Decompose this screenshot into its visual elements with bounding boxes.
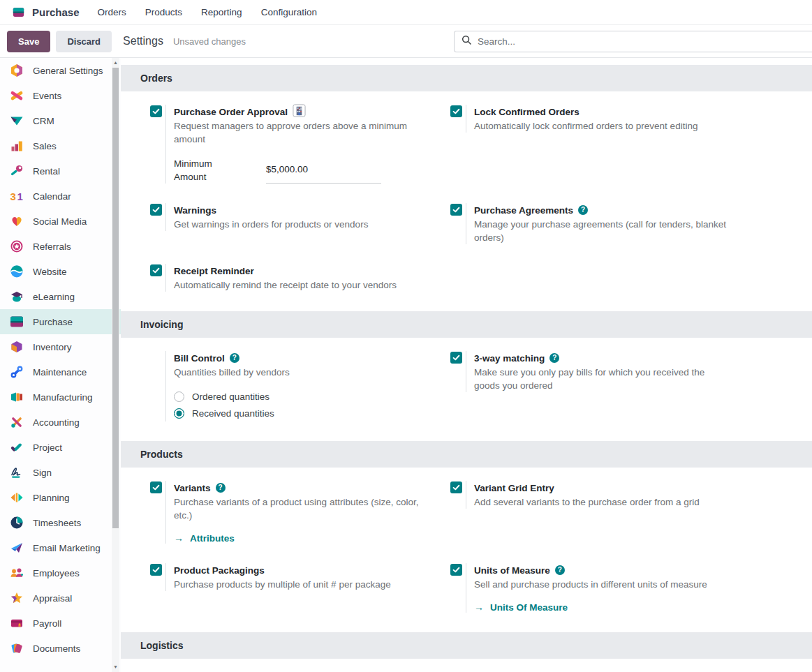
sidebar-item-employees[interactable]: Employees [0,560,121,585]
minimum-amount-field-row: Minimum Amount [174,157,429,184]
rental-icon [9,164,24,179]
elearning-icon [9,290,24,304]
sidebar-item-manufacturing[interactable]: Manufacturing [0,384,121,410]
setting-description: Add several variants to the purchase ord… [474,495,700,509]
help-icon[interactable]: ? [230,353,239,363]
search-box[interactable] [454,31,812,52]
sidebar-item-label: Accounting [33,417,80,428]
setting-title: Lock Confirmed Orders [474,107,580,117]
sidebar-item-accounting[interactable]: Accounting [0,410,121,435]
setting-purchase-agreements: Purchase Agreements ? Manage your purcha… [450,203,788,244]
sidebar-item-timesheets[interactable]: Timesheets [0,510,121,535]
minimum-amount-input[interactable] [266,157,381,184]
sidebar-item-label: eLearning [33,292,75,302]
setting-description: Sell and purchase products in different … [474,578,707,591]
menu-products[interactable]: Products [145,7,182,17]
sidebar-item-payroll[interactable]: Payroll [0,611,121,636]
setting-title: Variant Grid Entry [474,483,554,493]
lock-confirmed-orders-checkbox[interactable] [450,105,462,117]
sidebar-item-email-marketing[interactable]: Email Marketing [0,535,121,560]
save-button[interactable]: Save [7,31,50,52]
radio-icon [174,408,184,419]
brand-name: Purchase [32,6,80,18]
website-icon [9,264,24,279]
section-title: Invoicing [140,319,183,330]
units-of-measure-checkbox[interactable] [450,564,462,576]
search-input[interactable] [478,36,805,47]
sidebar-item-label: CRM [33,116,54,126]
sidebar-item-documents[interactable]: Documents [0,636,121,661]
settings-content: Orders Purchase Order Approval Request m… [121,58,812,672]
sidebar-item-inventory[interactable]: Inventory [0,334,121,359]
variant-grid-entry-checkbox[interactable] [450,481,462,493]
appraisal-icon [9,591,24,606]
menu-reporting[interactable]: Reporting [201,7,242,17]
three-way-matching-checkbox[interactable] [450,352,462,364]
sidebar-item-events[interactable]: Events [0,83,121,108]
setting-variant-grid-entry: Variant Grid Entry Add several variants … [450,481,788,544]
sidebar-item-maintenance[interactable]: Maintenance [0,359,121,384]
referrals-icon [9,239,24,254]
sidebar-item-label: Website [33,267,67,277]
sidebar-item-label: Documents [33,643,80,654]
sidebar-item-website[interactable]: Website [0,259,121,284]
sidebar-item-label: Purchase [33,317,73,327]
sidebar-item-label: Sales [33,141,57,151]
sales-icon [9,139,24,154]
setting-description: Make sure you only pay bills for which y… [474,366,729,392]
attributes-link[interactable]: → Attributes [174,532,429,544]
top-navbar: Purchase Orders Products Reporting Confi… [0,0,812,25]
sidebar-item-social-media[interactable]: Social Media [0,209,121,234]
product-packagings-checkbox[interactable] [150,564,162,576]
setting-lock-confirmed-orders: Lock Confirmed Orders Automatically lock… [450,105,788,184]
help-icon[interactable]: ? [555,565,565,575]
menu-orders[interactable]: Orders [98,7,126,17]
scrollbar-thumb[interactable] [112,68,119,528]
section-header-orders: Orders [121,65,812,91]
ordered-quantities-radio[interactable]: Ordered quantities [174,388,290,405]
enterprise-upgrade-icon [293,104,306,120]
sidebar-item-appraisal[interactable]: Appraisal [0,585,121,611]
scroll-down-icon[interactable]: ▼ [112,663,119,671]
svg-text:1: 1 [17,191,22,202]
inventory-icon [9,340,24,354]
sidebar-item-referrals[interactable]: Referrals [0,234,121,259]
help-icon[interactable]: ? [216,483,226,493]
units-of-measure-link[interactable]: → Units Of Measure [474,602,707,613]
section-title: Logistics [140,640,183,651]
scroll-up-icon[interactable]: ▲ [112,59,119,67]
sidebar-item-rental[interactable]: Rental [0,158,121,184]
receipt-reminder-checkbox[interactable] [150,264,162,276]
sidebar-item-label: Payroll [33,618,61,629]
app-switcher[interactable]: Purchase [11,5,80,20]
sidebar-item-general-settings[interactable]: General Settings [0,58,121,83]
sidebar-scrollbar[interactable]: ▲ ▼ [112,58,119,672]
sidebar-item-sales[interactable]: Sales [0,133,121,158]
help-icon[interactable]: ? [549,353,559,363]
sidebar-item-elearning[interactable]: eLearning [0,284,121,309]
sidebar-item-label: Appraisal [33,593,72,604]
sidebar-item-crm[interactable]: CRM [0,108,121,133]
setting-title: Receipt Reminder [174,266,254,276]
purchase-agreements-checkbox[interactable] [450,204,462,216]
sidebar-item-purchase[interactable]: Purchase [0,309,121,334]
warnings-checkbox[interactable] [150,204,162,216]
sidebar-item-project[interactable]: Project [0,435,121,460]
sidebar-item-sign[interactable]: Sign [0,460,121,485]
setting-title: Variants [174,483,211,493]
menu-configuration[interactable]: Configuration [261,7,317,17]
sidebar-item-planning[interactable]: Planning [0,485,121,510]
sidebar-item-calendar[interactable]: 31 Calendar [0,184,121,209]
purchase-order-approval-checkbox[interactable] [150,105,162,117]
received-quantities-radio[interactable]: Received quantities [174,405,290,421]
setting-bill-control: Bill Control ? Quantities billed by vend… [150,351,450,421]
help-icon[interactable]: ? [578,205,588,215]
social-media-icon [9,214,24,229]
setting-title: Warnings [174,205,216,216]
variants-checkbox[interactable] [150,481,162,493]
discard-button[interactable]: Discard [56,31,112,52]
sidebar-item-label: Maintenance [33,367,87,378]
section-title: Products [140,449,183,460]
setting-description: Get warnings in orders for products or v… [174,218,368,231]
setting-description: Manage your purchase agreements (call fo… [474,218,729,244]
